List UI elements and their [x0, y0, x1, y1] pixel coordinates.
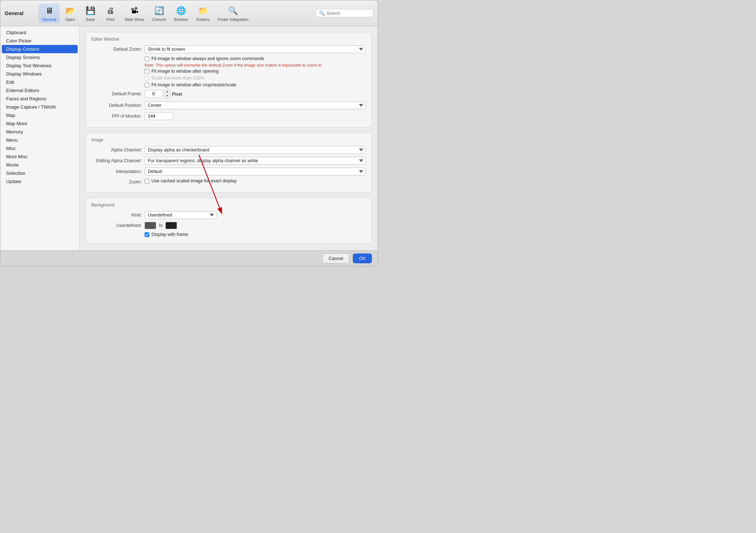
kind-row: Kind: Userdefined Black White Gray — [91, 211, 366, 219]
sidebar-item-map-more[interactable]: Map More — [2, 119, 78, 128]
fit-crop-checkbox[interactable] — [145, 83, 149, 87]
color-swatch-2[interactable] — [165, 222, 177, 229]
search-icon: 🔍 — [319, 10, 325, 16]
sidebar-item-display-tool-windows[interactable]: Display Tool Windows — [2, 62, 78, 70]
color-swatch-1[interactable] — [145, 222, 156, 229]
default-frame-label: Default Frame: — [91, 91, 142, 96]
browser-icon: 🌐 — [176, 5, 187, 17]
alpha-channel-control: Display alpha as checkerboard Display al… — [145, 146, 366, 154]
default-position-select[interactable]: Center Top Left Top Right — [145, 101, 366, 109]
print-label: Print — [106, 17, 115, 22]
sidebar-item-color-picker[interactable]: Color Picker — [2, 37, 78, 45]
zoom-note: Note: This option will overwrite the def… — [145, 63, 366, 67]
sidebar-item-image-capture---twain[interactable]: Image Capture / TWAIN — [2, 103, 78, 111]
search-input[interactable] — [327, 11, 370, 16]
toolbar-item-convert[interactable]: 🔄 Convert — [149, 4, 170, 23]
default-frame-input[interactable] — [145, 90, 163, 98]
editor-window-section: Editor Window Default Zoom: Shrink to fi… — [85, 32, 372, 128]
sidebar-item-misc[interactable]: Misc — [2, 144, 78, 152]
open-label: Open — [65, 17, 75, 22]
finder-label: Finder Integration — [218, 17, 249, 22]
sidebar-item-external-editors[interactable]: External Editors — [2, 86, 78, 95]
convert-label: Convert — [152, 17, 166, 22]
sidebar-item-movie[interactable]: Movie — [2, 161, 78, 169]
browser-label: Browser — [174, 17, 188, 22]
zoom-label: Zoom: — [91, 179, 142, 184]
frame-decrement-btn[interactable]: ▼ — [164, 94, 170, 98]
toolbar-items: 🖥 General 📂 Open 💾 Save 🖨 Print 📽 Slide … — [38, 4, 314, 23]
display-frame-row: Display with frame — [145, 232, 366, 237]
sidebar-item-selection[interactable]: Selection — [2, 169, 78, 177]
userdefined-label: Userdefined: — [91, 223, 142, 228]
toolbar-item-finder[interactable]: 🔍 Finder Integration — [214, 4, 252, 23]
sidebar-item-more-misc[interactable]: More Misc — [2, 152, 78, 161]
fit-always-checkbox[interactable] — [145, 56, 149, 61]
folders-label: Folders — [196, 17, 210, 22]
editing-alpha-control: For transparent regions, display alpha c… — [145, 157, 366, 165]
frame-unit: Pixel — [172, 91, 182, 97]
sidebar-item-display-content[interactable]: Display Content — [2, 45, 78, 53]
ok-button[interactable]: OK — [353, 254, 372, 263]
toolbar-item-save[interactable]: 💾 Save — [81, 4, 100, 23]
editing-alpha-row: Editing Alpha Channel: For transparent r… — [91, 157, 366, 165]
interpolation-control: Default None Low High — [145, 168, 366, 176]
sidebar-item-memory[interactable]: Memory — [2, 128, 78, 136]
toolbar-item-open[interactable]: 📂 Open — [60, 4, 80, 23]
toolbar-item-general[interactable]: 🖥 General — [38, 4, 60, 23]
search-area[interactable]: 🔍 — [316, 9, 373, 17]
alpha-channel-label: Alpha Channel: — [91, 147, 142, 152]
fit-always-label: Fit image to window always and ignore zo… — [151, 56, 264, 61]
background-section: Background Kind: Userdefined Black White… — [85, 198, 372, 243]
folders-icon: 📁 — [197, 5, 209, 17]
sidebar-item-menu[interactable]: Menu — [2, 136, 78, 144]
toolbar-item-slideshow[interactable]: 📽 Slide Show — [121, 4, 148, 23]
scale-100-row: Scale not more than 100% — [145, 76, 366, 81]
editor-window-title: Editor Window — [91, 37, 366, 42]
toolbar-item-browser[interactable]: 🌐 Browser — [170, 4, 192, 23]
kind-select[interactable]: Userdefined Black White Gray — [145, 211, 217, 219]
editing-alpha-label: Editing Alpha Channel: — [91, 158, 142, 163]
editing-alpha-select[interactable]: For transparent regions, display alpha c… — [145, 157, 366, 165]
save-label: Save — [86, 17, 95, 22]
fit-after-open-checkbox[interactable] — [145, 69, 149, 74]
fit-after-open-row: Fit image to window after opening — [145, 69, 366, 74]
default-zoom-row: Default Zoom: Shrink to fit screen Fit t… — [91, 45, 366, 53]
sidebar-item-display-screens[interactable]: Display Screens — [2, 53, 78, 62]
alpha-channel-select[interactable]: Display alpha as checkerboard Display al… — [145, 146, 366, 154]
sidebar-item-clipboard[interactable]: Clipboard — [2, 28, 78, 37]
sidebar-item-map[interactable]: Map — [2, 111, 78, 119]
sidebar-item-display-windows[interactable]: Display Windows — [2, 70, 78, 78]
image-section: Image Alpha Channel: Display alpha as ch… — [85, 133, 372, 193]
default-zoom-select[interactable]: Shrink to fit screen Fit to window Actua… — [145, 45, 366, 53]
ppi-label: PPI of Monitor: — [91, 114, 142, 119]
sidebar-item-edit[interactable]: Edit — [2, 78, 78, 86]
content-area: Editor Window Default Zoom: Shrink to fi… — [79, 26, 378, 250]
ppi-row: PPI of Monitor: — [91, 112, 366, 120]
display-frame-checkbox[interactable] — [145, 232, 149, 237]
default-position-label: Default Position: — [91, 103, 142, 108]
fit-crop-row: Fit image to window after crop/resize/sc… — [145, 82, 366, 87]
default-frame-row: Default Frame: ▲ ▼ Pixel — [91, 89, 366, 99]
interpolation-select[interactable]: Default None Low High — [145, 168, 366, 176]
slideshow-label: Slide Show — [124, 17, 144, 22]
general-icon: 🖥 — [44, 5, 55, 17]
footer: Cancel OK — [0, 250, 378, 266]
userdefined-row: Userdefined: to — [91, 222, 366, 229]
zoom-checkbox[interactable] — [145, 179, 149, 183]
kind-control: Userdefined Black White Gray — [145, 211, 217, 219]
toolbar-item-print[interactable]: 🖨 Print — [101, 4, 120, 23]
ppi-input[interactable] — [145, 112, 173, 120]
toolbar-title: General — [5, 10, 30, 16]
toolbar-item-folders[interactable]: 📁 Folders — [193, 4, 213, 23]
cancel-button[interactable]: Cancel — [323, 254, 349, 263]
default-zoom-label: Default Zoom: — [91, 47, 142, 52]
sidebar-item-faces-and-regions[interactable]: Faces and Regions — [2, 95, 78, 103]
zoom-checkbox-row: Use cached scaled image for exact displa… — [145, 178, 237, 183]
default-zoom-control: Shrink to fit screen Fit to window Actua… — [145, 45, 366, 53]
frame-increment-btn[interactable]: ▲ — [164, 90, 170, 94]
sidebar-item-update[interactable]: Update — [2, 177, 78, 186]
content-panel: Editor Window Default Zoom: Shrink to fi… — [79, 26, 378, 250]
alpha-channel-row: Alpha Channel: Display alpha as checkerb… — [91, 146, 366, 154]
kind-label: Kind: — [91, 213, 142, 218]
display-frame-label: Display with frame — [151, 232, 188, 237]
